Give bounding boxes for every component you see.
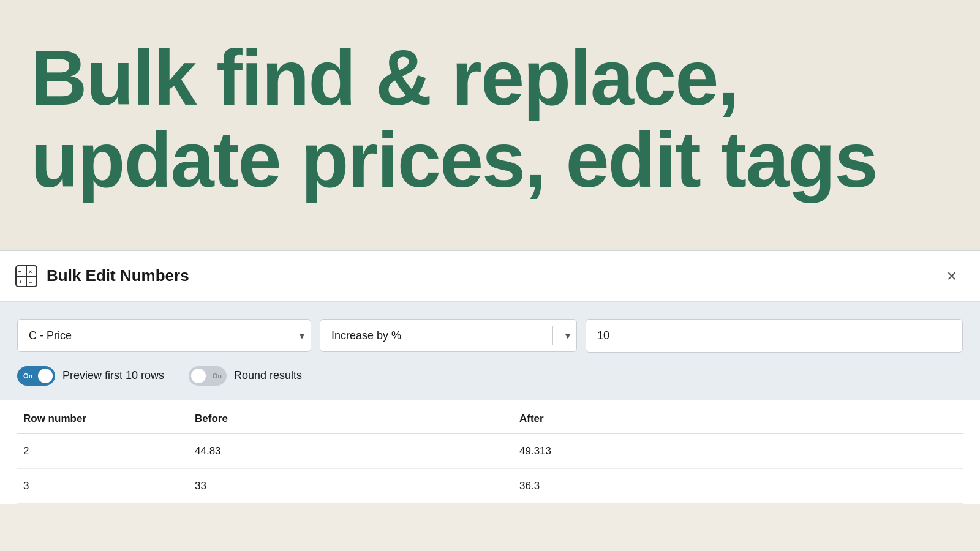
controls-section: C - Price A - Cost B - Compare Price ▾ I… [0, 302, 980, 400]
cell-before: 44.83 [189, 433, 513, 468]
table-row: 3 33 36.3 [17, 468, 963, 503]
preview-toggle[interactable]: On [17, 366, 55, 386]
table-row: 2 44.83 49.313 [17, 433, 963, 468]
select-divider [287, 326, 287, 345]
col-header-row-number: Row number [17, 400, 189, 434]
svg-text:+: + [19, 279, 22, 285]
round-toggle[interactable]: On [189, 366, 227, 386]
dialog-title: Bulk Edit Numbers [47, 266, 189, 285]
operation-selector[interactable]: Increase by % Decrease by % Increase by … [320, 319, 577, 352]
cell-after: 36.3 [513, 468, 963, 503]
table-section: Row number Before After 2 44.83 49.313 3… [0, 400, 980, 504]
cell-row-number: 3 [17, 468, 189, 503]
round-toggle-group: On Round results [189, 366, 302, 386]
field-select-input[interactable]: C - Price A - Cost B - Compare Price [18, 320, 311, 351]
hero-section: Bulk find & replace, update prices, edit… [0, 0, 980, 250]
table-header-row: Row number Before After [17, 400, 963, 434]
operation-select-input[interactable]: Increase by % Decrease by % Increase by … [320, 320, 576, 351]
data-table: Row number Before After 2 44.83 49.313 3… [17, 400, 963, 504]
preview-toggle-thumb [38, 369, 53, 383]
round-toggle-thumb [191, 369, 206, 383]
svg-text:×: × [29, 269, 32, 275]
preview-toggle-track: On [17, 366, 55, 386]
dialog-wrapper: ÷ × + − Bulk Edit Numbers × C - Price A … [0, 250, 980, 504]
hero-title: Bulk find & replace, update prices, edit… [31, 37, 949, 201]
toggle-row: On Preview first 10 rows On Round result… [17, 364, 963, 388]
close-button[interactable]: × [942, 265, 962, 287]
controls-row: C - Price A - Cost B - Compare Price ▾ I… [17, 319, 963, 353]
dialog-header-left: ÷ × + − Bulk Edit Numbers [15, 264, 189, 288]
bulk-edit-icon: ÷ × + − [15, 264, 38, 288]
svg-text:÷: ÷ [18, 269, 21, 275]
cell-row-number: 2 [17, 433, 189, 468]
preview-toggle-group: On Preview first 10 rows [17, 366, 164, 386]
select-divider-op [552, 326, 553, 345]
cell-before: 33 [189, 468, 513, 503]
value-input[interactable] [586, 319, 963, 353]
round-label: Round results [234, 369, 302, 382]
round-toggle-track: On [189, 366, 227, 386]
cell-after: 49.313 [513, 433, 963, 468]
field-selector[interactable]: C - Price A - Cost B - Compare Price ▾ [17, 319, 311, 352]
col-header-after: After [513, 400, 963, 434]
preview-label: Preview first 10 rows [62, 369, 164, 382]
svg-text:−: − [29, 279, 32, 285]
dialog-header: ÷ × + − Bulk Edit Numbers × [0, 251, 980, 302]
col-header-before: Before [189, 400, 513, 434]
